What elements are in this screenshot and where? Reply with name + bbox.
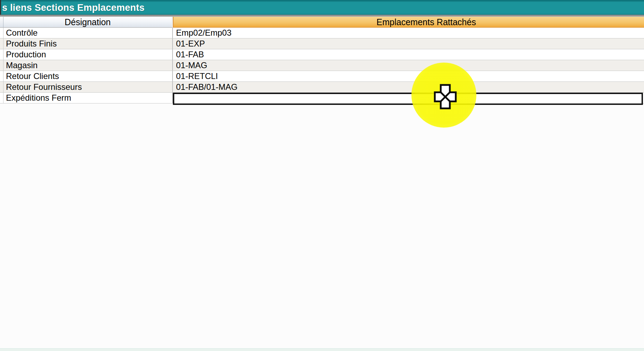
table-row: Produits Finis 01-EXP <box>0 38 644 49</box>
cell-designation[interactable]: Magasin <box>3 60 173 71</box>
column-header-designation[interactable]: Désignation <box>3 17 173 28</box>
bottom-edge-strip <box>0 348 644 351</box>
row-selector[interactable] <box>0 82 3 92</box>
sections-emplacements-grid: Désignation Emplacements Rattachés Contr… <box>0 17 644 103</box>
application-window: s liens Sections Emplacements Désignatio… <box>0 0 644 351</box>
cell-designation[interactable]: Produits Finis <box>3 38 173 49</box>
cell-designation[interactable]: Production <box>3 49 173 60</box>
grid-header-row: Désignation Emplacements Rattachés <box>0 17 644 28</box>
cell-designation[interactable]: Expéditions Ferm <box>3 93 173 103</box>
table-row: Magasin 01-MAG <box>0 60 644 71</box>
row-selector[interactable] <box>0 49 3 60</box>
table-row: Contrôle Emp02/Emp03 <box>0 28 644 38</box>
row-selector[interactable] <box>0 60 3 71</box>
column-header-emplacements-label: Emplacements Rattachés <box>376 17 476 27</box>
cell-emplacements[interactable]: 01-MAG <box>173 60 644 71</box>
cell-emplacements[interactable]: 01-FAB <box>173 49 644 60</box>
window-titlebar[interactable]: s liens Sections Emplacements <box>0 0 644 15</box>
table-row: Retour Fournisseurs 01-FAB/01-MAG <box>0 82 644 93</box>
cell-emplacements[interactable]: 01-RETCLI <box>173 71 644 81</box>
row-selector-header[interactable] <box>0 17 3 28</box>
cell-emplacements[interactable]: 01-FAB/01-MAG <box>173 82 644 92</box>
window-title: s liens Sections Emplacements <box>2 0 145 15</box>
cell-designation[interactable]: Contrôle <box>3 28 173 38</box>
row-selector[interactable] <box>0 28 3 38</box>
cell-designation[interactable]: Retour Clients <box>3 71 173 81</box>
table-row: Production 01-FAB <box>0 49 644 60</box>
row-selector[interactable] <box>0 93 3 103</box>
row-selector[interactable] <box>0 71 3 81</box>
cell-designation[interactable]: Retour Fournisseurs <box>3 82 173 92</box>
table-row: Retour Clients 01-RETCLI <box>0 71 644 82</box>
column-header-emplacements[interactable]: Emplacements Rattachés <box>173 17 644 28</box>
selected-cell[interactable] <box>173 93 643 105</box>
column-header-designation-label: Désignation <box>65 17 111 27</box>
row-selector[interactable] <box>0 38 3 49</box>
cell-emplacements[interactable]: Emp02/Emp03 <box>173 28 644 38</box>
cell-emplacements[interactable]: 01-EXP <box>173 38 644 49</box>
